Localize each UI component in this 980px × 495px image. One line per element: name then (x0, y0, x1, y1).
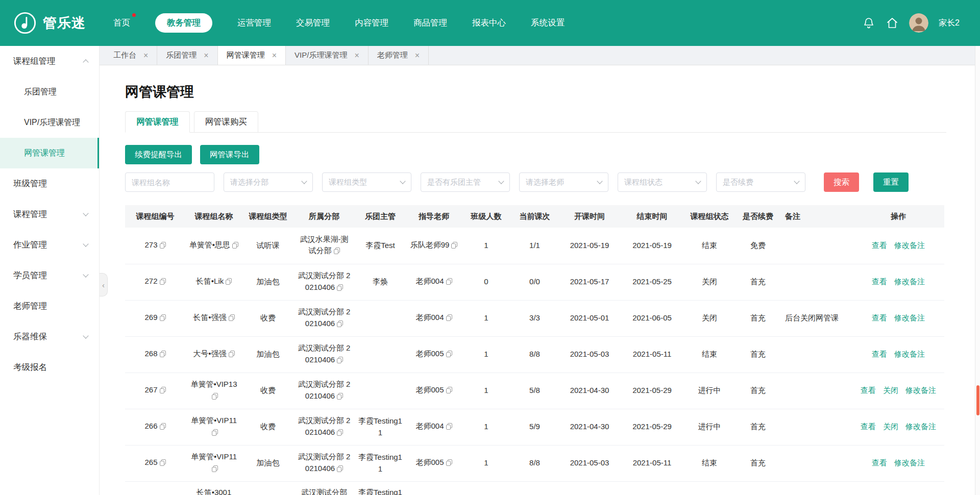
sidebar-item-band-management[interactable]: 乐团管理 (0, 77, 99, 107)
bell-icon[interactable] (862, 16, 875, 30)
sidebar-item-online-class-management[interactable]: 网管课管理 (0, 138, 99, 168)
copy-icon[interactable] (160, 422, 166, 433)
course-group-status-select[interactable]: 课程组状态 (618, 172, 707, 192)
nav-item-product-management[interactable]: 商品管理 (413, 17, 447, 29)
nav-item-home[interactable]: 首页 (113, 17, 130, 29)
online-class-export-button[interactable]: 网管课导出 (200, 145, 259, 164)
action-view[interactable]: 查看 (872, 313, 887, 322)
reset-button[interactable]: 重置 (873, 172, 909, 192)
action-view[interactable]: 查看 (861, 422, 876, 431)
sidebar-group-course-management[interactable]: 课程管理 (0, 199, 99, 230)
copy-icon[interactable] (446, 277, 452, 288)
nav-item-operations-management[interactable]: 运营管理 (237, 17, 271, 29)
close-icon[interactable]: × (204, 52, 208, 60)
action-edit-remark[interactable]: 修改备注 (894, 313, 925, 322)
copy-icon[interactable] (212, 391, 218, 403)
scrollbar-thumb[interactable] (976, 385, 979, 415)
copy-icon[interactable] (446, 458, 452, 469)
cell-end-date: 2021-05-25 (620, 264, 684, 300)
sidebar-group-student-management[interactable]: 学员管理 (0, 260, 99, 291)
action-view[interactable]: 查看 (861, 386, 876, 394)
copy-icon[interactable] (160, 349, 166, 361)
action-edit-remark[interactable]: 修改备注 (894, 458, 925, 467)
workspace-tab-workbench[interactable]: 工作台 × (105, 46, 157, 65)
renewal-reminder-export-button[interactable]: 续费提醒导出 (125, 145, 192, 164)
close-icon[interactable]: × (143, 52, 148, 60)
copy-icon[interactable] (229, 313, 235, 325)
chevron-down-icon (301, 178, 307, 184)
sidebar-group-course-group-management[interactable]: 课程组管理 (0, 46, 99, 77)
nav-item-academic-management[interactable]: 教务管理 (155, 13, 212, 33)
action-view[interactable]: 查看 (872, 241, 887, 250)
close-icon[interactable]: × (415, 52, 420, 60)
copy-icon[interactable] (212, 428, 218, 439)
cell-teacher: 老师005 (406, 373, 462, 409)
copy-icon[interactable] (226, 277, 232, 288)
copy-icon[interactable] (160, 240, 166, 252)
action-view[interactable]: 查看 (872, 350, 887, 358)
copy-icon[interactable] (212, 464, 218, 476)
action-edit-remark[interactable]: 修改备注 (894, 350, 925, 358)
copy-icon[interactable] (446, 422, 452, 433)
copy-icon[interactable] (446, 349, 452, 361)
copy-icon[interactable] (229, 349, 235, 361)
copy-icon[interactable] (337, 355, 343, 367)
close-icon[interactable]: × (272, 52, 277, 60)
course-group-type-select[interactable]: 课程组类型 (322, 172, 411, 192)
workspace-tab-vip-theory-management[interactable]: VIP/乐理课管理 × (286, 46, 369, 65)
action-edit-remark[interactable]: 修改备注 (905, 422, 936, 431)
workspace-tab-band-management[interactable]: 乐团管理 × (157, 46, 217, 65)
vertical-scrollbar[interactable] (975, 46, 980, 495)
action-close[interactable]: 关闭 (883, 386, 898, 394)
nav-item-content-management[interactable]: 内容管理 (355, 17, 388, 29)
action-edit-remark[interactable]: 修改备注 (905, 386, 936, 394)
subtab-online-class-purchase[interactable]: 网管课购买 (194, 111, 259, 133)
copy-icon[interactable] (160, 458, 166, 469)
sidebar-item-exam-registration[interactable]: 考级报名 (0, 352, 99, 383)
cell-course-group-id: 266 (125, 409, 185, 445)
subtab-online-class-management[interactable]: 网管课管理 (125, 111, 190, 133)
action-view[interactable]: 查看 (872, 458, 887, 467)
workspace-tab-online-class-management[interactable]: 网管课管理 × (218, 46, 286, 65)
copy-icon[interactable] (337, 319, 343, 331)
teacher-select[interactable]: 请选择老师 (519, 172, 608, 192)
action-edit-remark[interactable]: 修改备注 (894, 277, 925, 286)
branch-select[interactable]: 请选择分部 (224, 172, 313, 192)
cell-start-date: 2021-05-03 (559, 445, 620, 481)
action-close[interactable]: 关闭 (883, 422, 898, 431)
copy-icon[interactable] (160, 313, 166, 325)
copy-icon[interactable] (337, 283, 343, 294)
course-group-name-input[interactable] (125, 172, 214, 192)
copy-icon[interactable] (446, 385, 452, 397)
cell-remark (781, 409, 852, 445)
user-avatar[interactable] (909, 13, 928, 33)
copy-icon[interactable] (446, 313, 452, 325)
copy-icon[interactable] (337, 428, 343, 439)
home-icon[interactable] (886, 16, 899, 30)
search-button[interactable]: 搜索 (824, 172, 859, 192)
sidebar-group-instrument-maintenance[interactable]: 乐器维保 (0, 321, 99, 352)
copy-icon[interactable] (337, 391, 343, 403)
action-view[interactable]: 查看 (872, 277, 887, 286)
workspace-tab-teacher-management[interactable]: 老师管理 × (369, 46, 429, 65)
user-name[interactable]: 家长2 (939, 18, 960, 29)
sidebar-collapse-handle[interactable]: ‹ (100, 273, 108, 296)
copy-icon[interactable] (334, 246, 340, 258)
sidebar-item-class-management[interactable]: 班级管理 (0, 168, 99, 199)
nav-item-report-center[interactable]: 报表中心 (472, 17, 506, 29)
sidebar-item-vip-theory-management[interactable]: VIP/乐理课管理 (0, 107, 99, 138)
brand-logo[interactable]: 管乐迷 (13, 11, 86, 35)
nav-item-system-settings[interactable]: 系统设置 (531, 17, 565, 29)
renewal-select[interactable]: 是否续费 (716, 172, 805, 192)
copy-icon[interactable] (451, 240, 457, 252)
copy-icon[interactable] (160, 385, 166, 397)
copy-icon[interactable] (160, 277, 166, 288)
copy-icon[interactable] (232, 240, 238, 252)
nav-item-transaction-management[interactable]: 交易管理 (296, 17, 330, 29)
copy-icon[interactable] (337, 464, 343, 476)
sidebar-group-homework-management[interactable]: 作业管理 (0, 230, 99, 260)
close-icon[interactable]: × (354, 52, 359, 60)
has-band-manager-select[interactable]: 是否有乐团主管 (421, 172, 510, 192)
sidebar-item-teacher-management[interactable]: 老师管理 (0, 291, 99, 321)
action-edit-remark[interactable]: 修改备注 (894, 241, 925, 250)
